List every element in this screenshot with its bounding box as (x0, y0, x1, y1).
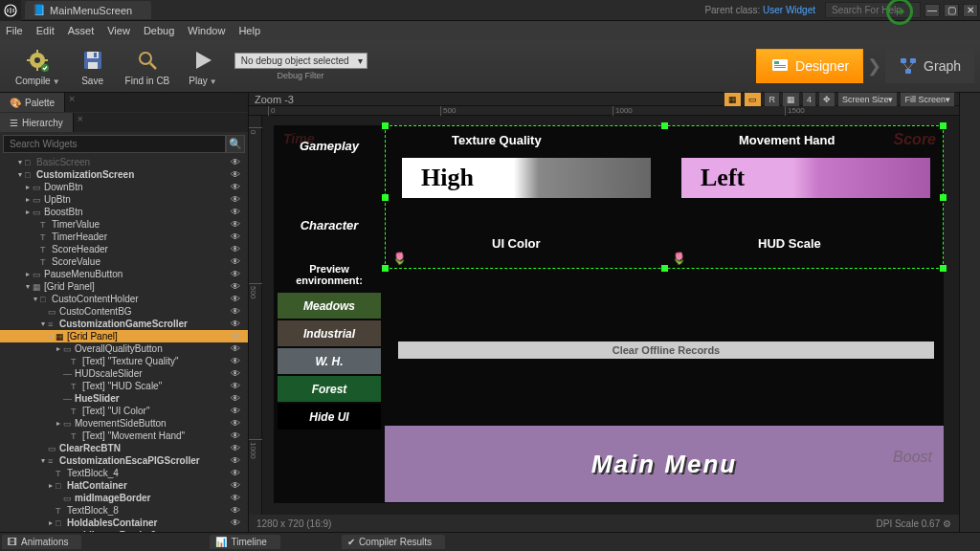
movement-hand-button[interactable]: Left (681, 158, 930, 198)
tree-row[interactable]: ▸▭UpBtn👁 (0, 193, 248, 206)
visibility-eye-icon[interactable]: 👁 (231, 219, 244, 230)
tree-row[interactable]: ▸▭DownBtn👁 (0, 181, 248, 193)
visibility-eye-icon[interactable]: 👁 (231, 343, 244, 354)
visibility-eye-icon[interactable]: 👁 (231, 207, 244, 217)
palette-tab-close[interactable]: × (65, 93, 78, 112)
env-meadows-button[interactable]: Meadows (278, 293, 381, 319)
visibility-eye-icon[interactable]: 👁 (231, 169, 244, 180)
animations-tab[interactable]: 🎞Animations (2, 535, 81, 549)
visibility-eye-icon[interactable]: 👁 (231, 281, 244, 292)
expand-arrow[interactable]: ▸ (54, 344, 63, 353)
tree-row[interactable]: TScoreValue👁 (0, 255, 248, 268)
search-widgets-input[interactable] (3, 135, 226, 153)
compiler-results-tab[interactable]: ✔Compiler Results (342, 535, 445, 549)
tree-row[interactable]: TTextBlock_8👁 (0, 504, 248, 517)
expand-arrow[interactable]: ▸ (46, 518, 56, 527)
clear-records-button[interactable]: Clear Offline Records (398, 342, 934, 359)
tree-row[interactable]: T[Text] "HUD Scale"👁 (0, 380, 248, 392)
menu-edit[interactable]: Edit (36, 25, 55, 36)
expand-arrow[interactable]: ▾ (23, 282, 33, 291)
debug-object-select[interactable]: No debug object selected ▾ (234, 53, 368, 69)
save-button[interactable]: Save (70, 41, 116, 91)
visibility-eye-icon[interactable]: 👁 (231, 256, 244, 267)
tree-row[interactable]: ▸▭BoostBtn👁 (0, 206, 248, 218)
character-tab[interactable]: Character (274, 205, 385, 246)
play-button[interactable]: Play▼ (179, 41, 226, 91)
texture-quality-button[interactable]: High (402, 158, 651, 198)
menu-file[interactable]: File (6, 25, 23, 36)
tree-row[interactable]: T[Text] "Texture Quality"👁 (0, 355, 248, 367)
parent-class-link[interactable]: User Widget (763, 5, 815, 15)
tree-row[interactable]: ▸□HatContainer👁 (0, 479, 248, 492)
grid-snap-button[interactable]: ▦ (782, 92, 800, 107)
tree-row[interactable]: ▭midImageBorder👁 (0, 492, 248, 504)
menu-asset[interactable]: Asset (68, 25, 95, 36)
visibility-eye-icon[interactable]: 👁 (231, 157, 244, 167)
find-in-cb-button[interactable]: Find in CB (116, 41, 180, 91)
right-panel-collapsed[interactable] (959, 93, 980, 532)
minimize-button[interactable]: — (924, 4, 940, 17)
tree-row[interactable]: ▭ClearRecBTN👁 (0, 442, 248, 454)
tree-row[interactable]: ▾≡CustomizationGameScroller👁 (0, 318, 248, 330)
visibility-eye-icon[interactable]: 👁 (231, 418, 244, 429)
tree-row[interactable]: TTimerValue👁 (0, 218, 248, 231)
expand-arrow[interactable]: ▾ (38, 320, 48, 328)
grid-snap-value[interactable]: 4 (802, 92, 816, 107)
hierarchy-tab[interactable]: ☰ Hierarchy (0, 113, 74, 132)
resolution-button[interactable]: R (764, 92, 780, 107)
visibility-eye-icon[interactable]: 👁 (231, 306, 244, 317)
title-tab[interactable]: 📘 MainMenuScreen (25, 1, 151, 19)
tree-row[interactable]: ▸▭OverallQualityButton👁 (0, 342, 248, 355)
menu-help[interactable]: Help (238, 25, 260, 36)
layout-outline-button[interactable]: ▭ (744, 92, 762, 107)
screen-size-dropdown[interactable]: Screen Size▾ (837, 92, 899, 107)
search-icon[interactable]: 🔍 (226, 135, 245, 153)
visibility-eye-icon[interactable]: 👁 (231, 231, 244, 242)
visibility-eye-icon[interactable]: 👁 (231, 319, 244, 329)
designer-mode-button[interactable]: Designer (756, 49, 863, 83)
visibility-eye-icon[interactable]: 👁 (231, 294, 244, 304)
visibility-eye-icon[interactable]: 👁 (231, 331, 244, 342)
hierarchy-tree[interactable]: ▾□BasicScreen👁▾□CustomizationScreen👁▸▭Do… (0, 156, 248, 532)
tree-row[interactable]: —HueSlider👁 (0, 392, 248, 405)
visibility-eye-icon[interactable]: 👁 (231, 430, 244, 441)
move-icon[interactable]: ✥ (818, 92, 835, 107)
close-button[interactable]: ✕ (963, 4, 978, 17)
tree-row[interactable]: —HUDscaleSlider👁 (0, 367, 248, 380)
visibility-eye-icon[interactable]: 👁 (231, 182, 244, 192)
hierarchy-tab-close[interactable]: × (74, 113, 87, 132)
tree-row[interactable]: TTimerHeader👁 (0, 231, 248, 243)
env-wh-button[interactable]: W. H. (278, 348, 381, 374)
tree-row[interactable]: ▸▭PauseMenuButton👁 (0, 268, 248, 280)
designer-canvas[interactable]: Time Score Gameplay Character Previewenv… (262, 116, 959, 515)
compile-button[interactable]: Compile▼ (6, 41, 70, 91)
tree-row[interactable]: ▾▦[Grid Panel]👁 (0, 330, 248, 342)
tree-row[interactable]: ▾▦[Grid Panel]👁 (0, 280, 248, 293)
visibility-eye-icon[interactable]: 👁 (231, 269, 244, 279)
main-menu-bar[interactable]: Main Menu (385, 426, 944, 502)
tree-row[interactable]: ▭midImageBorder2👁 (0, 529, 248, 532)
maximize-button[interactable]: ▢ (944, 4, 959, 17)
env-forest-button[interactable]: Forest (278, 376, 381, 402)
expand-arrow[interactable]: ▾ (46, 332, 56, 341)
tree-row[interactable]: ▸□HoldablesContainer👁 (0, 517, 248, 529)
visibility-eye-icon[interactable]: 👁 (231, 455, 244, 466)
visibility-eye-icon[interactable]: 👁 (231, 406, 244, 416)
expand-arrow[interactable]: ▾ (31, 295, 40, 303)
tree-row[interactable]: T[Text] "UI Color"👁 (0, 405, 248, 417)
gear-icon[interactable]: ⚙ (943, 518, 951, 529)
expand-arrow[interactable]: ▸ (54, 419, 63, 428)
visibility-eye-icon[interactable]: 👁 (231, 393, 244, 404)
expand-arrow[interactable]: ▸ (23, 195, 33, 204)
visibility-eye-icon[interactable]: 👁 (231, 493, 244, 503)
gameplay-tab[interactable]: Gameplay (274, 125, 385, 166)
fill-screen-dropdown[interactable]: Fill Screen▾ (900, 92, 955, 107)
tree-row[interactable]: ▾□CustomizationScreen👁 (0, 168, 248, 181)
menu-view[interactable]: View (107, 25, 130, 36)
tree-row[interactable]: TTextBlock_4👁 (0, 467, 248, 479)
layout-grid-button[interactable]: ▦ (724, 92, 742, 107)
visibility-eye-icon[interactable]: 👁 (231, 468, 244, 478)
tree-row[interactable]: ▾□CustoContentHolder👁 (0, 293, 248, 305)
tree-row[interactable]: TScoreHeader👁 (0, 243, 248, 255)
tree-row[interactable]: T[Text] "Movement Hand"👁 (0, 430, 248, 442)
